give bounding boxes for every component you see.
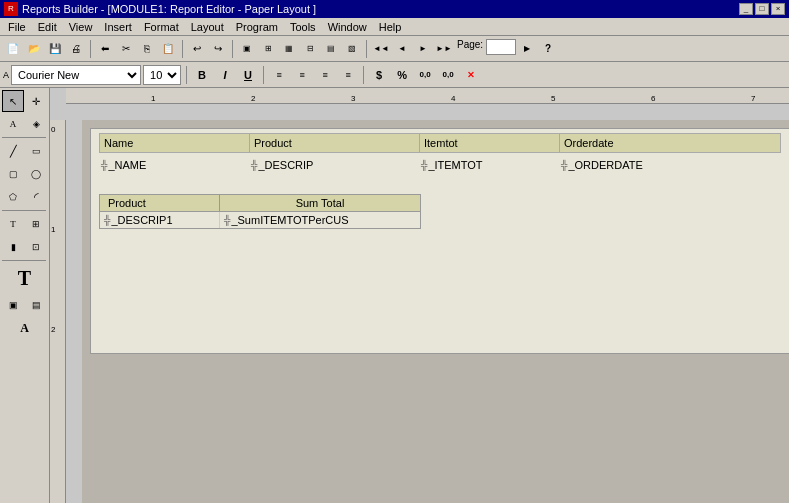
menu-window[interactable]: Window [322,19,373,35]
currency-button[interactable]: $ [369,65,389,85]
tool1-button[interactable]: ▣ [237,39,257,59]
ruler-mark-4: 4 [451,94,455,103]
field-name-value: _NAME [108,159,146,171]
report-header-section: Name Product Itemtot Orderdate ╬ _NAME [91,129,789,179]
font-name-select[interactable]: Courier New [11,65,141,85]
undo-button[interactable]: ↩ [187,39,207,59]
tool6-button[interactable]: ▧ [342,39,362,59]
open-button[interactable]: 📂 [24,39,44,59]
bottom-space [91,233,789,353]
ole-tool[interactable]: ⊡ [25,236,47,258]
line-color-tool[interactable]: ▤ [25,294,47,316]
ruler-top: 1 2 3 4 5 6 7 [66,88,789,104]
tool2-button[interactable]: ⊞ [258,39,278,59]
menu-layout[interactable]: Layout [185,19,230,35]
ruler-mark-2: 2 [251,94,255,103]
canvas[interactable]: Name Product Itemtot Orderdate ╬ _NAME [82,120,789,503]
save-button[interactable]: 💾 [45,39,65,59]
chart-tool[interactable]: ▮ [2,236,24,258]
menu-insert[interactable]: Insert [98,19,138,35]
summary-data-row: ╬ _DESCRIP1 ╬ _SumITEMTOTPerCUS [99,212,421,229]
align-justify-button[interactable]: ≡ [338,65,358,85]
percent-button[interactable]: % [392,65,412,85]
app-icon: R [4,2,18,16]
align-center-button[interactable]: ≡ [292,65,312,85]
header-cell-itemtot: Itemtot [420,134,560,152]
field-marker-orderdate: ╬ [561,160,567,170]
menu-edit[interactable]: Edit [32,19,63,35]
font-size-select[interactable]: 10 [143,65,181,85]
new-button[interactable]: 📄 [3,39,23,59]
nav-prev-button[interactable]: ◄ [392,39,412,59]
menubar: File Edit View Insert Format Layout Prog… [0,18,789,36]
text-color-tool[interactable]: A [3,317,47,339]
italic-button[interactable]: I [215,65,235,85]
left-toolbar: ↖ ✛ A ◈ ╱ ▭ ▢ ◯ ⬠ ◜ T ⊞ ▮ ⊡ T [0,88,50,503]
paper: Name Product Itemtot Orderdate ╬ _NAME [90,128,789,354]
menu-format[interactable]: Format [138,19,185,35]
minimize-button[interactable]: _ [739,3,753,15]
number2-button[interactable]: 0,0 [438,65,458,85]
menu-file[interactable]: File [2,19,32,35]
summary-section: Product Sum Total ╬ _DESCRIP1 ╬ _SumITEM… [99,194,421,229]
ellipse-tool[interactable]: ◯ [25,163,47,185]
tool5-button[interactable]: ▤ [321,39,341,59]
zoom-tool[interactable]: A [2,113,24,135]
ruler-left-0: 0 [51,125,55,134]
field-orderdate-value: _ORDERDATE [568,159,642,171]
menu-help[interactable]: Help [373,19,408,35]
data-cell-itemtot: ╬ _ITEMTOT [419,159,559,171]
roundrect-tool[interactable]: ▢ [2,163,24,185]
header-row: Name Product Itemtot Orderdate [99,133,781,153]
reshape-tool[interactable]: ◈ [25,113,47,135]
nav-last-button[interactable]: ►► [434,39,454,59]
cut-button[interactable]: ✂ [116,39,136,59]
text-tool[interactable]: T [2,213,24,235]
fill-color-tool[interactable]: ▣ [2,294,24,316]
data-row: ╬ _NAME ╬ _DESCRIP ╬ _ITEMTOT [99,155,781,175]
page-input[interactable] [486,39,516,55]
menu-view[interactable]: View [63,19,99,35]
data-cell-orderdate: ╬ _ORDERDATE [559,159,699,171]
ruler-left-1: 1 [51,225,55,234]
close-button[interactable]: × [771,3,785,15]
line-tool[interactable]: ╱ [2,140,24,162]
paste-button[interactable]: 📋 [158,39,178,59]
align-right-button[interactable]: ≡ [315,65,335,85]
tool3-button[interactable]: ▦ [279,39,299,59]
ruler-left: 0 1 2 [50,120,66,503]
menu-tools[interactable]: Tools [284,19,322,35]
titlebar: R Reports Builder - [MODULE1: Report Edi… [0,0,789,18]
big-text-tool[interactable]: T [3,263,47,293]
marquee-tool[interactable]: ✛ [25,90,47,112]
arc-tool[interactable]: ◜ [25,186,47,208]
polygon-tool[interactable]: ⬠ [2,186,24,208]
number1-button[interactable]: 0,0 [415,65,435,85]
page-go-button[interactable]: ▶ [517,39,537,59]
page-label: Page: [457,39,483,59]
redo-button[interactable]: ↪ [208,39,228,59]
summary-data-product: ╬ _DESCRIP1 [100,212,220,228]
image-tool[interactable]: ⊞ [25,213,47,235]
arrow-tool[interactable]: ↖ [2,90,24,112]
maximize-button[interactable]: □ [755,3,769,15]
field-marker-name: ╬ [101,160,107,170]
bold-button[interactable]: B [192,65,212,85]
copy-button[interactable]: ⎘ [137,39,157,59]
summary-sumitemtot: _SumITEMTOTPerCUS [231,214,348,226]
prev-button[interactable]: ⬅ [95,39,115,59]
nav-next-button[interactable]: ► [413,39,433,59]
underline-button[interactable]: U [238,65,258,85]
toolbar-main: 📄 📂 💾 🖨 ⬅ ✂ ⎘ 📋 ↩ ↪ ▣ ⊞ ▦ ⊟ ▤ ▧ ◄◄ ◄ ► ►… [0,36,789,62]
title-text: Reports Builder - [MODULE1: Report Edito… [22,3,735,15]
format-toolbar: A Courier New 10 B I U ≡ ≡ ≡ ≡ $ % 0,0 0… [0,62,789,88]
align-left-button[interactable]: ≡ [269,65,289,85]
rect-tool[interactable]: ▭ [25,140,47,162]
nav-first-button[interactable]: ◄◄ [371,39,391,59]
field-descrip-value: _DESCRIP [258,159,313,171]
help-button[interactable]: ? [538,39,558,59]
tool4-button[interactable]: ⊟ [300,39,320,59]
print-button[interactable]: 🖨 [66,39,86,59]
menu-program[interactable]: Program [230,19,284,35]
close-fmt-button[interactable]: ✕ [461,65,481,85]
